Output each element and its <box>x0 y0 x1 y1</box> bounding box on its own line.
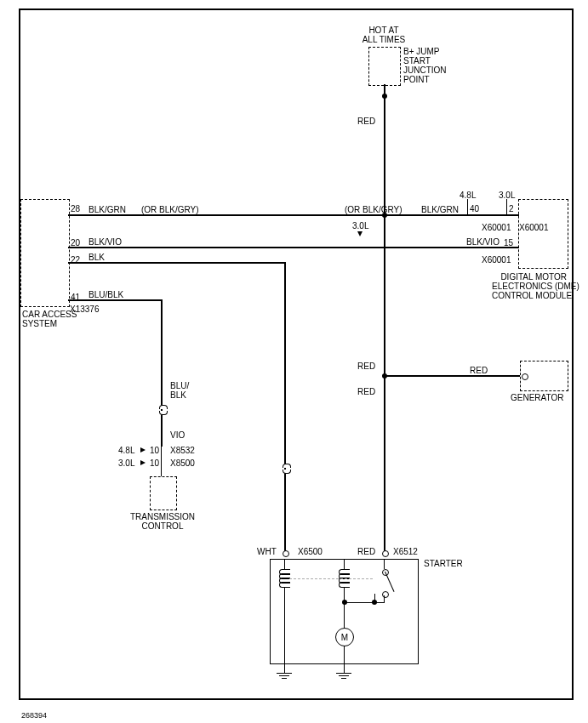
starter-right <box>418 559 419 663</box>
blkgrn2: BLK/GRN <box>421 205 459 214</box>
trans-pin-b: 10 <box>150 458 159 468</box>
dme-label: DIGITAL MOTOR ELECTRONICS (DME) CONTROL … <box>492 272 567 300</box>
wire-vio-v <box>161 417 163 447</box>
arrow-30 <box>140 460 146 465</box>
starter-label: STARTER <box>424 559 463 568</box>
wire-blk-v <box>284 262 286 551</box>
sw-top <box>384 559 385 569</box>
coil-r-node <box>342 600 347 605</box>
term-x6512 <box>382 550 389 557</box>
trans-48L: 4.8L <box>118 446 134 455</box>
pin-28: 28 <box>71 204 80 213</box>
car-access-label: CAR ACCESS SYSTEM <box>22 310 77 328</box>
trans-30L: 3.0L <box>118 458 134 468</box>
wire-blkgrn <box>68 214 519 216</box>
blk-label: BLK <box>88 253 105 262</box>
dme-x3: X60001 <box>482 255 511 265</box>
red-gen: RED <box>470 366 488 375</box>
wire-gen <box>385 375 520 377</box>
blkgrn1: BLK/GRN <box>88 205 126 214</box>
red3: RED <box>357 387 375 396</box>
dme-x1: X60001 <box>482 223 511 232</box>
gen-label: GENERATOR <box>511 393 563 402</box>
motor-bot <box>344 646 345 673</box>
starter-x6512: X6512 <box>393 547 418 556</box>
blublk2: BLU/ BLK <box>170 381 189 400</box>
motor-icon: M <box>335 628 354 646</box>
car-access-conn: X13376 <box>70 305 99 314</box>
orblkgry2: (OR BLK/GRY) <box>345 205 402 214</box>
motor-label: M <box>341 633 348 642</box>
vio-label: VIO <box>170 430 185 440</box>
blkvio1: BLK/VIO <box>88 237 122 247</box>
diagram-id: 268394 <box>21 711 47 720</box>
node-red-top <box>382 94 387 99</box>
starter-x6500: X6500 <box>298 547 323 556</box>
coil-r-bot <box>344 588 345 629</box>
trans-xa: X8532 <box>170 446 195 455</box>
gen-term <box>522 373 528 380</box>
dme-x2: X60001 <box>519 223 548 232</box>
dme-pin40: 40 <box>470 204 479 213</box>
trans-label: TRANSMISSION CONTROL <box>126 512 199 531</box>
coil-r-top <box>344 559 345 569</box>
coil-core-dash <box>289 578 373 579</box>
trans-box <box>150 476 177 510</box>
red2: RED <box>357 362 375 371</box>
coil-l <box>279 569 289 588</box>
dme-pin2: 2 <box>509 204 514 213</box>
orblkgry1: (OR BLK/GRY) <box>141 205 199 214</box>
wht-label: WHT <box>257 547 277 556</box>
node-blkgrn <box>382 213 387 218</box>
wire-blkvio <box>68 247 519 248</box>
node-gen <box>382 373 387 379</box>
splice-blu-1 <box>159 405 168 409</box>
dme-stub-40 <box>467 199 468 214</box>
dme-stub-2 <box>506 199 507 214</box>
junction-label: B+ JUMP START JUNCTION POINT <box>403 47 447 84</box>
trans-xb: X8500 <box>170 458 195 468</box>
junction-box <box>368 47 401 86</box>
blublk1: BLU/BLK <box>88 290 123 299</box>
term-x6500 <box>283 550 289 557</box>
wire-blk-h <box>68 262 285 264</box>
red5: RED <box>357 547 375 556</box>
sw-bot <box>384 595 385 602</box>
car-access-box <box>20 199 70 307</box>
sw-to-coil <box>344 602 385 603</box>
eng30b: 3.0L <box>352 221 368 231</box>
red1-label: RED <box>357 117 375 126</box>
arrow-48 <box>140 447 146 453</box>
arrow-30L <box>357 231 363 236</box>
coil-l-bot <box>284 588 285 673</box>
wire-blublk-h <box>68 299 162 301</box>
wire-red-main <box>384 84 385 552</box>
trans-stub <box>161 447 162 476</box>
dme-box <box>518 199 568 269</box>
trans-pin-a: 10 <box>150 446 159 455</box>
hot-label: HOT AT ALL TIMES <box>358 26 409 44</box>
sw-dead <box>374 594 375 602</box>
starter-left <box>270 559 271 663</box>
blkvio2: BLK/VIO <box>466 237 500 247</box>
diagram-frame <box>19 9 574 700</box>
splice-blk-1 <box>283 464 291 468</box>
coil-l-top <box>284 559 285 569</box>
